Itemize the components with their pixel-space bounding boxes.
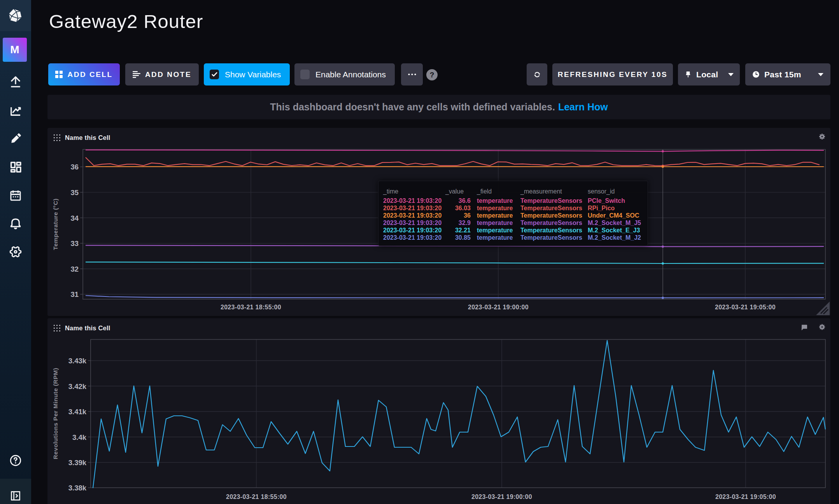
svg-text:2023-03-21 19:05:00: 2023-03-21 19:05:00 <box>715 494 776 500</box>
svg-text:33: 33 <box>70 239 79 248</box>
svg-text:34: 34 <box>70 214 79 222</box>
svg-text:3.43k: 3.43k <box>68 357 87 365</box>
svg-text:2023-03-21 18:55:00: 2023-03-21 18:55:00 <box>221 304 281 310</box>
svg-text:Revolutions Per Minute (RPM): Revolutions Per Minute (RPM) <box>52 368 59 459</box>
svg-text:32: 32 <box>70 265 79 273</box>
svg-text:2023-03-21 19:00:00: 2023-03-21 19:00:00 <box>471 494 532 500</box>
svg-text:3.38k: 3.38k <box>68 484 87 492</box>
svg-text:3.39k: 3.39k <box>68 459 87 467</box>
svg-text:36: 36 <box>70 163 79 171</box>
svg-text:2023-03-21 18:55:00: 2023-03-21 18:55:00 <box>226 494 287 500</box>
svg-text:31: 31 <box>70 290 79 298</box>
svg-text:3.42k: 3.42k <box>68 382 87 391</box>
svg-text:3.4k: 3.4k <box>72 433 87 441</box>
svg-text:Temperature (°C): Temperature (°C) <box>52 199 59 250</box>
svg-text:35: 35 <box>70 188 79 197</box>
svg-text:3.41k: 3.41k <box>68 408 87 416</box>
svg-text:2023-03-21 19:05:00: 2023-03-21 19:05:00 <box>715 304 776 310</box>
svg-text:2023-03-21 19:00:00: 2023-03-21 19:00:00 <box>468 304 529 310</box>
